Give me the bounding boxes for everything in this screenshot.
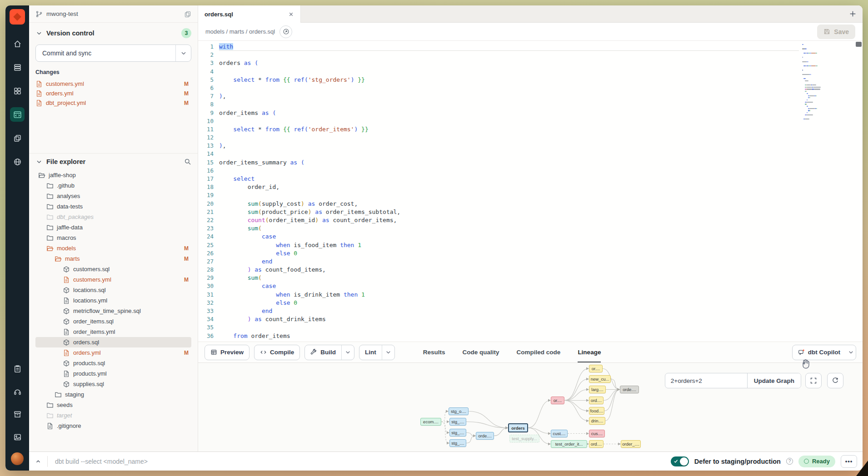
help-icon[interactable]: ? [786,458,793,465]
tree-item-seeds[interactable]: seeds [35,400,191,410]
tree-item-orders.yml[interactable]: orders.ymlM [35,347,191,358]
lineage-node-cus_p[interactable]: cus.... [589,430,605,437]
network-icon[interactable] [10,154,25,169]
defer-toggle[interactable] [671,456,689,466]
branch-name[interactable]: mwong-test [46,10,78,17]
line-number: 12 [198,134,219,142]
home-icon[interactable] [10,36,25,51]
lineage-node-y_ord2[interactable]: ord.... [589,440,604,448]
lint-button[interactable]: Lint [359,345,395,360]
tab-orders-sql[interactable]: orders.sql [198,5,301,23]
fullscreen-button[interactable] [805,373,822,388]
tree-item-orders.sql[interactable]: orders.sql [35,337,191,347]
tree-item-marts[interactable]: martsM [35,253,191,264]
lineage-node-y_drin[interactable]: drin.... [589,417,605,425]
media-icon[interactable] [10,430,25,444]
minimap[interactable] [802,44,845,122]
lineage-node-y_larg[interactable]: larg.... [589,386,606,393]
more-options-button[interactable]: ••• [841,455,857,468]
tree-item-order_items.sql[interactable]: order_items.sql [35,316,191,327]
tree-item-customers.sql[interactable]: customers.sql [35,264,191,274]
save-button[interactable]: Save [817,25,855,39]
collapse-command-bar-icon[interactable] [29,452,47,471]
tree-item-.github[interactable]: .github [35,180,191,191]
develop-icon[interactable] [10,107,25,122]
apps-icon[interactable] [10,84,25,98]
files-copy-icon[interactable] [184,10,191,18]
search-icon[interactable] [184,158,191,165]
lint-options-dropdown[interactable] [382,345,394,360]
build-options-dropdown[interactable] [341,345,354,360]
chevron-down-icon[interactable] [35,30,43,37]
lineage-node-ecom[interactable]: ecom.... [420,418,441,426]
copy-windows-icon[interactable] [10,131,25,145]
dbt-copilot-button[interactable]: dbt Copilot [792,345,856,360]
lineage-node-orders[interactable]: orders [508,423,528,432]
code-editor[interactable]: 1234567891011121314151617181920212223242… [198,41,863,342]
tree-item-jaffle-shop[interactable]: jaffle-shop [35,170,191,180]
lineage-node-cust[interactable]: cust.... [551,430,568,437]
refresh-button[interactable] [827,373,843,388]
tasks-icon[interactable] [10,362,25,376]
tree-item-models[interactable]: modelsM [35,243,191,253]
lineage-node-or_p[interactable]: or.... [551,397,564,404]
tree-item-target[interactable]: target [35,410,191,421]
command-input[interactable] [55,458,671,465]
breadcrumb[interactable]: models / marts / orders.sql [205,28,275,35]
tree-item-jaffle-data[interactable]: jaffle-data [35,222,191,233]
changed-file-orders.yml[interactable]: orders.ymlM [35,89,191,98]
dbt-logo[interactable] [10,9,25,25]
close-icon[interactable] [288,11,294,17]
open-lineage-icon[interactable] [279,25,292,38]
line-number: 17 [198,175,219,183]
tree-item-macros[interactable]: macros [35,233,191,243]
tree-item-products.sql[interactable]: products.sql [35,358,191,368]
lineage-node-y_or[interactable]: or.... [589,365,603,372]
lineage-selector-input[interactable] [665,373,747,388]
user-avatar[interactable] [11,452,24,465]
lineage-node-y_far[interactable]: order_.... [621,440,641,448]
tree-item-data-tests[interactable]: data-tests [35,201,191,212]
support-icon[interactable] [10,384,25,399]
lineage-node-t_oi[interactable]: test_order_it... [551,440,587,448]
compile-button[interactable]: Compile [254,345,300,360]
build-button[interactable]: Build [304,345,354,360]
tree-item-order_items.yml[interactable]: order_items.yml [35,327,191,337]
lineage-node-stg_o[interactable]: stg_o.... [449,407,469,415]
lineage-node-y_food[interactable]: food.... [589,407,604,415]
changed-file-dbt_project.yml[interactable]: dbt_project.ymlM [35,98,191,108]
panel-tab-code-quality[interactable]: Code quality [463,342,499,362]
commit-options-dropdown[interactable] [175,45,191,61]
update-graph-button[interactable]: Update Graph [747,373,801,388]
lineage-node-y_ord[interactable]: ord.... [589,397,604,404]
lineage-node-y_new[interactable]: new_cu... [589,375,611,383]
lineage-node-stg_1[interactable]: stg_.... [449,418,466,426]
panel-tab-results[interactable]: Results [423,342,445,362]
deploy-icon[interactable] [10,60,25,74]
tree-item-supplies.sql[interactable]: supplies.sql [35,379,191,389]
lineage-node-stg_3[interactable]: stg_.... [449,439,466,447]
tree-item-products.yml[interactable]: products.yml [35,368,191,379]
tree-item-.gitignore[interactable]: .gitignore [35,421,191,431]
lineage-node-orde1[interactable]: orde.... [476,432,494,440]
tree-item-customers.yml[interactable]: customers.ymlM [35,274,191,285]
scrollbar-thumb[interactable] [856,42,862,47]
copilot-dropdown[interactable] [846,345,856,360]
tree-item-locations.sql[interactable]: locations.sql [35,285,191,295]
panel-tab-compiled-code[interactable]: Compiled code [517,342,561,362]
new-tab-button[interactable] [843,5,863,22]
lineage-node-stg_2[interactable]: stg_.... [449,429,466,436]
tree-item-locations.yml[interactable]: locations.yml [35,295,191,306]
chevron-down-icon[interactable] [35,158,43,165]
panel-tab-lineage[interactable]: Lineage [578,342,601,362]
commit-and-sync-button[interactable]: Commit and sync [35,45,191,62]
lineage-node-t_sup[interactable]: test_supply... [509,435,539,442]
tree-item-dbt_packages[interactable]: dbt_packages [35,212,191,222]
tree-item-analyses[interactable]: analyses [35,191,191,201]
changed-file-customers.yml[interactable]: customers.ymlM [35,79,191,89]
docs-icon[interactable] [10,407,25,421]
tree-item-metricflow_time_spine.sql[interactable]: metricflow_time_spine.sql [35,306,191,316]
lineage-node-g_orde[interactable]: orde.... [620,386,639,393]
tree-item-staging[interactable]: staging [35,389,191,400]
preview-button[interactable]: Preview [205,345,249,360]
